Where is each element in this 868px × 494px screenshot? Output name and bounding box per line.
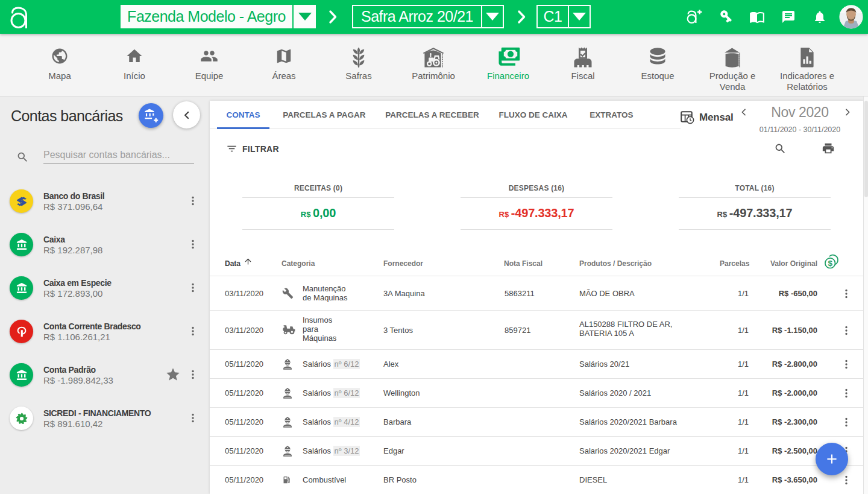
svg-text:$: $ [828,259,832,268]
